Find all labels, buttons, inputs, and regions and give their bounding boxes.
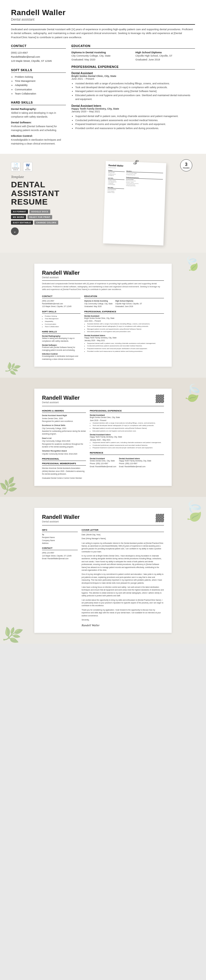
hard-skills-title: Hard Skills bbox=[11, 101, 66, 105]
edu-grad-2: Graduated: June 2018 bbox=[136, 58, 195, 62]
cover-para-6: Thank you for considering my application… bbox=[81, 609, 164, 617]
page2-card: Randell Waller Dental assistant Honors &… bbox=[34, 389, 172, 486]
promo-title: DENTAL ASSISTANT RESUME bbox=[11, 180, 66, 206]
page3-body: Info ToRecipient NameCompany NameAddress… bbox=[42, 529, 164, 627]
edu-detail-1: City Community College, City, State bbox=[72, 54, 131, 58]
cover-closing: Sincerely, bbox=[81, 619, 164, 621]
pp-radio-title: Dental Radiography: bbox=[42, 335, 80, 337]
pp-softskills-list: Problem-Solving Time Management Adaptabi… bbox=[42, 315, 80, 328]
edu-detail-2: Cityville High School, Cityville, ST bbox=[136, 54, 195, 58]
page2-duty-item: Assisted dentists with a range of proced… bbox=[93, 422, 164, 425]
pp-two-col: Contact (555) 123-4567 RandellWaller@ema… bbox=[42, 295, 164, 361]
job-date-2: January 2020 – May 2021 bbox=[72, 110, 195, 113]
pp-skill-item: Communication bbox=[45, 323, 80, 326]
page1-preview-section: 🍃 🌿 Randell Waller Dental assistant Dedi… bbox=[0, 253, 206, 378]
hard-skill-software-desc: Proficient with [Dental Software Name] f… bbox=[11, 125, 66, 132]
job-duty-item: Educated patients on oral hygiene and po… bbox=[75, 93, 195, 101]
soft-skill-item: Communication bbox=[15, 88, 66, 92]
page3-phone: (555) 123-4567 bbox=[42, 552, 78, 554]
pages-badge: 3 PAGES bbox=[180, 159, 192, 172]
memberships-title: Professional Memberships bbox=[42, 462, 86, 466]
pp-job1-title: Dental Assistant bbox=[84, 315, 164, 317]
job-title-2: Dental Assistant Intern bbox=[72, 104, 195, 107]
hard-skill-infection-title: Infection Control: bbox=[11, 134, 66, 137]
job-duties-1: Assisted dentists with a range of proced… bbox=[72, 81, 195, 101]
page1-card: Randell Waller Dental assistant Dedicate… bbox=[34, 264, 172, 367]
page2-right-col: Professional Experience Dental Assistant… bbox=[90, 409, 164, 480]
edu-school-1: Diploma in Dental Assisting bbox=[72, 51, 131, 54]
ref1-title: Dental Assistant bbox=[90, 458, 116, 460]
qr-code bbox=[156, 395, 164, 403]
pp-duty-item: Conducted preliminary patient assessment… bbox=[87, 345, 164, 347]
page2-duty-item: Supported dental staff in patient care, … bbox=[93, 441, 164, 444]
page3-subtitle: Dental assistant bbox=[42, 520, 80, 523]
page3-right-col: Cover Letter Date: [Month Day, Year] Dea… bbox=[81, 529, 164, 627]
honors-title: Honors & Awards bbox=[42, 409, 86, 413]
cover-signature: Randell Waller bbox=[81, 624, 164, 627]
honor-item-1: Dental Assistant Award-NightSmiles Denta… bbox=[42, 414, 86, 423]
pp-job2-title: Dental Assistant Intern bbox=[84, 334, 164, 336]
pp-infection-desc: Knowledgeable in sterilization technique… bbox=[42, 355, 80, 361]
soft-skill-item: Problem-Solving bbox=[15, 75, 66, 79]
resume-body: Contact (555) 123-4567 RandellWaller@ema… bbox=[11, 44, 195, 146]
cover-date: Date: [Month Day, Year] bbox=[81, 533, 164, 536]
page3-address: 123 Maple Street, Cityville, ST 12345 bbox=[42, 555, 78, 557]
contact-phone: (555) 123-4567 bbox=[11, 51, 66, 55]
soft-skill-item: Adaptability bbox=[15, 83, 66, 88]
ref2-company: Happy Teeth Family Dentistry, City, Stat… bbox=[119, 460, 151, 462]
page3-header: Randell Waller Dental assistant bbox=[42, 514, 164, 525]
page2-job1-company: Bright Smiles Dental Clinic, City, State bbox=[90, 416, 164, 419]
cover-para-4: I also have a strong focus on infection … bbox=[81, 586, 164, 597]
pp-job1-duties: Assisted dentists with a range of proced… bbox=[84, 323, 164, 333]
pp-email: RandellWaller@email.com bbox=[42, 302, 80, 305]
pp-right-col: Education Diploma in Dental Assisting Ci… bbox=[84, 295, 164, 361]
pp-duty-item: Managed patient records and appointments… bbox=[87, 328, 164, 331]
reference-1: Dental Assistant Smiles Dental Clinic, C… bbox=[90, 456, 116, 468]
reference-2: Dental Assistant Intern Happy Teeth Fami… bbox=[119, 456, 151, 468]
page3-qr-code bbox=[156, 514, 164, 522]
job-duties-2: Supported dental staff in patient care, … bbox=[72, 114, 195, 130]
page2-name: Randell Waller bbox=[42, 395, 80, 401]
info-to: ToRecipient NameCompany NameAddress bbox=[42, 533, 78, 545]
page2-duty-item: Conducted preliminary patient assessment… bbox=[93, 444, 164, 447]
pp-job2-duties: Supported dental staff in patient care, … bbox=[84, 342, 164, 353]
page2-header: Randell Waller Dental assistant bbox=[42, 395, 164, 406]
page2-preview-section: 🍃 🌿 Randell Waller Dental assistant Hono… bbox=[0, 378, 206, 497]
promo-left: 📄 GOOGLEDOCS W MSWORD Template DENTAL AS… bbox=[11, 162, 66, 235]
page2-job2-company: Happy Teeth Family Dentistry, City, Stat… bbox=[90, 436, 164, 438]
resume-title: Dental assistant bbox=[11, 18, 195, 21]
hard-skill-dental-radio-desc: Skilled in taking and developing X-rays … bbox=[11, 111, 66, 119]
resume-summary: Dedicated and compassionate Dental Assis… bbox=[11, 24, 195, 39]
job-title-1: Dental Assistant bbox=[72, 72, 195, 75]
ref1-phone: Phone: (555) 123-4567 bbox=[90, 462, 116, 465]
pp-edu-grad-1: Graduated: May 2020 bbox=[84, 305, 113, 308]
page2-name-block: Randell Waller Dental assistant bbox=[42, 395, 80, 404]
pp-edu-2: High School Diploma Cityville High Schoo… bbox=[115, 300, 142, 308]
page2-job2-dates: January 2020 – May 2021 bbox=[90, 439, 164, 441]
job-duty-item: Supported dental staff in patient care, … bbox=[75, 114, 195, 118]
pp-job2-company: Happy Teeth Family Dentistry, City, Stat… bbox=[84, 336, 164, 339]
pp-software-desc: Proficient with [Dental Software Name] f… bbox=[42, 346, 80, 352]
soft-skill-item: Time Management bbox=[15, 79, 66, 83]
leaf-deco-3: 🍃 bbox=[181, 382, 204, 404]
soft-skills-title: Soft Skills bbox=[11, 68, 66, 73]
job-company-1: Bright Smiles Dental Clinic, City, State bbox=[72, 75, 195, 78]
pp-duty-item: Took and developed dental radiographs (X… bbox=[87, 325, 164, 328]
honor-item-2: Excellence in Clinical SkillsCity Commun… bbox=[42, 424, 86, 436]
pp-name: Randell Waller bbox=[42, 270, 164, 276]
page2-job1-title: Dental Assistant bbox=[90, 414, 164, 416]
references-block: Dental Assistant Smiles Dental Clinic, C… bbox=[90, 456, 164, 468]
ref2-email: Email: RandellWaller@email.com bbox=[119, 465, 151, 468]
page2-duty-item: Managed patient records and appointments… bbox=[93, 427, 164, 430]
edu-grad-1: Graduated: May 2020 bbox=[72, 58, 131, 62]
scroll-down-button[interactable]: ⌄ bbox=[11, 228, 19, 235]
pp-edu-school-1: City Community College, City, State bbox=[84, 302, 113, 305]
pp-contact-title: Contact bbox=[42, 295, 80, 298]
page3-left-col: Info ToRecipient NameCompany NameAddress… bbox=[42, 529, 78, 627]
pp-software-title: Dental Software: bbox=[42, 344, 80, 346]
promo-template-label: Template bbox=[11, 175, 66, 179]
info-title: Info bbox=[42, 529, 78, 532]
job-date-1: June 2021 – Present bbox=[72, 78, 195, 80]
edu-entry-1: Diploma in Dental Assisting City Communi… bbox=[72, 51, 131, 62]
resume-header: Randell Waller Dental assistant Dedicate… bbox=[11, 8, 195, 39]
